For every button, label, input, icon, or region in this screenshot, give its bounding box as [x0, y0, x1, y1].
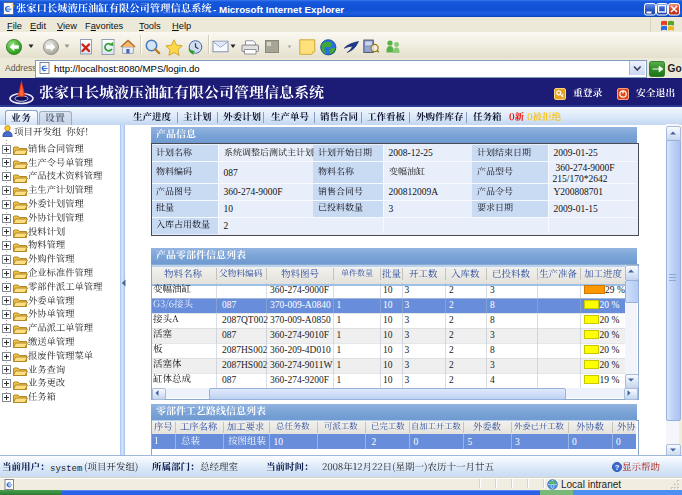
svg-text:?: ? — [614, 463, 619, 472]
